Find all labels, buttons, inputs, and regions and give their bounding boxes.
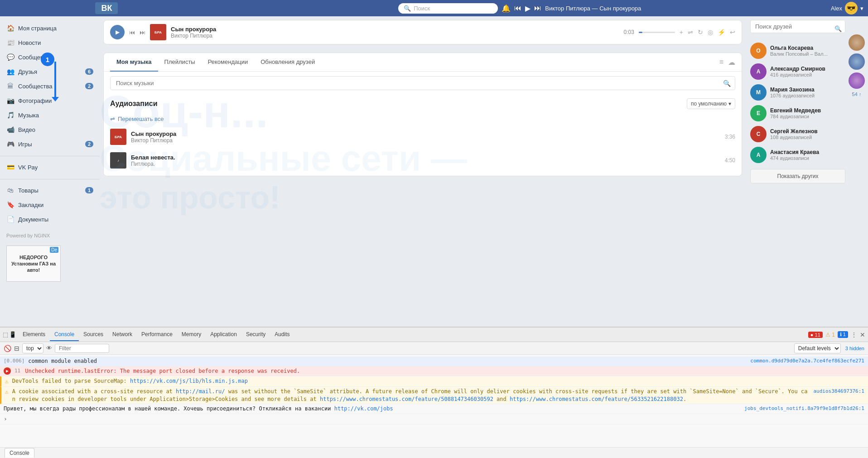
toggle-drawer-icon[interactable]: ⊟ <box>14 345 19 352</box>
sidebar-item-vkpay[interactable]: 💳 VK Pay <box>0 160 100 174</box>
annotation-number: 1 <box>41 53 54 66</box>
devtools-tab-console[interactable]: Console <box>50 328 79 341</box>
chevron-down-icon[interactable]: ▾ <box>860 5 863 12</box>
sidebar-item-news[interactable]: 📰 Новости <box>0 35 100 50</box>
right-avatar-2[interactable] <box>849 53 865 70</box>
shuffle-button[interactable]: ⇌ Перемешать все <box>104 113 742 125</box>
equalizer-icon[interactable]: ◎ <box>708 29 713 36</box>
prev-track-icon[interactable]: ⏮ <box>514 4 521 12</box>
next-track-icon[interactable]: ⏭ <box>534 4 541 12</box>
devtools-tab-elements[interactable]: Elements <box>18 328 50 341</box>
player-next[interactable]: ⏭ <box>140 29 145 36</box>
log4-warn-icon: ⚠ <box>5 388 9 396</box>
top-search-bar[interactable]: 🔍 Поиск <box>398 3 498 14</box>
add-icon[interactable]: + <box>680 29 683 36</box>
log4-link2[interactable]: https://www.chromestatus.com/feature/508… <box>320 396 493 402</box>
devtools-tab-audits[interactable]: Audits <box>270 328 294 341</box>
devtools-inspect-icon[interactable]: ⬚ <box>3 331 8 338</box>
now-playing-text: Виктор Питлюра — Сын прокурора <box>545 5 641 12</box>
friends-sidebar: 🔍 О Ольга Косарева Валик Попсовый – Вал.… <box>746 16 845 243</box>
log4-source[interactable]: audios384697376:1 <box>813 388 864 395</box>
shuffle-icon[interactable]: ⇌ <box>688 29 693 36</box>
friend-item-6[interactable]: А Анастасия Краева 474 аудиозаписи <box>750 145 845 165</box>
tab-my-music[interactable]: Моя музыка <box>110 53 158 72</box>
progress-bar[interactable] <box>639 32 675 33</box>
sidebar-label-bookmarks: Закладки <box>18 202 43 208</box>
right-avatar-1[interactable] <box>849 34 865 51</box>
log5-link[interactable]: http://vk.com/jobs <box>334 405 393 412</box>
sidebar-item-shop[interactable]: 🛍 Товары 1 <box>0 183 100 198</box>
filter-icon[interactable]: ≡ <box>719 58 723 66</box>
log4-link3[interactable]: https://www.chromestatus.com/feature/563… <box>510 396 683 402</box>
ad-close-button[interactable]: De <box>50 247 58 253</box>
devtools-tab-application[interactable]: Application <box>206 328 241 341</box>
shop-badge: 1 <box>85 187 93 193</box>
friends-search-input[interactable] <box>750 20 845 33</box>
play-button[interactable]: ▶ <box>110 25 125 39</box>
track2-title: Белая невеста. <box>131 154 720 161</box>
clear-console-icon[interactable]: 🚫 <box>4 345 11 352</box>
sidebar-item-music[interactable]: 🎵 Музыка <box>0 108 100 122</box>
music-icon: 🎵 <box>6 111 14 119</box>
sidebar-item-games[interactable]: 🎮 Игры 2 <box>0 137 100 151</box>
log3-link[interactable]: https://vk.com/js/lib/hls.min.js.map <box>130 378 248 384</box>
bottom-console-tab[interactable]: Console <box>5 448 34 458</box>
friend-item-5[interactable]: С Сергей Железнов 108 аудиозаписей <box>750 124 845 145</box>
friend-item-2[interactable]: А Александр Смирнов 416 аудиозаписей <box>750 61 845 82</box>
devtools-tab-memory[interactable]: Memory <box>177 328 206 341</box>
console-filter-input[interactable] <box>55 344 109 353</box>
info-count-badge[interactable]: ℹ 1 <box>838 331 848 338</box>
lightning-icon[interactable]: ⚡ <box>718 29 725 36</box>
ad-box: НЕДОРОГО Установим ГАЗ на авто! De <box>6 246 61 282</box>
devtools-tab-network[interactable]: Network <box>108 328 137 341</box>
music-search-input[interactable] <box>110 76 735 90</box>
tab-playlists[interactable]: Плейлисты <box>158 53 202 72</box>
right-avatar-3[interactable] <box>849 72 865 89</box>
eye-icon[interactable]: 👁 <box>46 345 52 352</box>
devtools-tab-performance[interactable]: Performance <box>137 328 177 341</box>
friend1-info: Ольга Косарева Валик Попсовый – Вал... <box>770 45 828 57</box>
sidebar-item-documents[interactable]: 📄 Документы <box>0 212 100 227</box>
devtools-close-icon[interactable]: ✕ <box>860 331 865 338</box>
sidebar-item-mypage[interactable]: 🏠 Моя страница <box>0 21 100 35</box>
show-more-friends-button[interactable]: Показать других <box>750 169 845 183</box>
tab-recommendations[interactable]: Рекомендации <box>202 53 255 72</box>
console-input[interactable] <box>11 415 864 421</box>
audio-track-1[interactable]: БРА Сын прокурора Виктор Питлюра 3:36 <box>104 125 742 149</box>
devtools-device-icon[interactable]: 📱 <box>9 331 16 338</box>
devtools-tab-security[interactable]: Security <box>241 328 270 341</box>
log1-source[interactable]: common.d9dd79d0e7a2a.7ce4fef863ecfe271 <box>750 357 864 364</box>
devtools-tab-sources[interactable]: Sources <box>79 328 108 341</box>
friend-item-3[interactable]: М Мария Занозина 1076 аудиозаписей <box>750 82 845 103</box>
levels-selector[interactable]: Default levels <box>794 343 841 353</box>
sidebar-item-bookmarks[interactable]: 🔖 Закладки <box>0 198 100 212</box>
music-search-wrap: 🔍 <box>110 76 735 90</box>
friend1-avatar: О <box>750 43 767 59</box>
user-avatar[interactable]: 😎 <box>845 2 858 14</box>
progress-area[interactable] <box>639 32 675 33</box>
user-info[interactable]: Alex 😎 ▾ <box>831 2 863 14</box>
sidebar-item-friends[interactable]: 👥 Друзья 6 <box>0 64 100 79</box>
player-prev[interactable]: ⏮ <box>129 29 135 36</box>
error-count-badge[interactable]: ● 11 <box>808 332 823 338</box>
play-track-icon[interactable]: ▶ <box>525 4 530 13</box>
sort-button[interactable]: по умолчанию ▾ <box>687 98 735 109</box>
log4-link1[interactable]: http://mail.ru/ <box>176 388 225 395</box>
friend-item-1[interactable]: О Ольга Косарева Валик Попсовый – Вал... <box>750 40 845 61</box>
sidebar-item-communities[interactable]: 🏛 Сообщества 2 <box>0 79 100 93</box>
upload-icon[interactable]: ☁ <box>728 58 735 67</box>
context-selector[interactable]: top <box>22 343 43 353</box>
warn-count-badge[interactable]: ⚠ 1 <box>825 332 835 338</box>
share-icon[interactable]: ↩ <box>730 29 735 36</box>
log5-source[interactable]: jobs_devtools_notifi.8a79f9e1d8f7b1d26:1 <box>744 405 864 412</box>
tab-friends-updates[interactable]: Обновления друзей <box>254 53 321 72</box>
vk-logo[interactable]: ВК <box>95 2 118 14</box>
audio-track-2[interactable]: ♪ Белая невеста. Питлюра. 4:50 <box>104 149 742 172</box>
friend-item-4[interactable]: Е Евгений Медведев 784 аудиозаписи <box>750 103 845 124</box>
track2-artist: Питлюра. <box>131 161 720 167</box>
repeat-icon[interactable]: ↻ <box>698 29 703 36</box>
devtools-more-icon[interactable]: ⋮ <box>851 331 857 338</box>
sidebar-item-video[interactable]: 📹 Видео <box>0 122 100 137</box>
sidebar-item-photos[interactable]: 📷 Фотографии <box>0 93 100 108</box>
bell-icon[interactable]: 🔔 <box>502 4 511 13</box>
